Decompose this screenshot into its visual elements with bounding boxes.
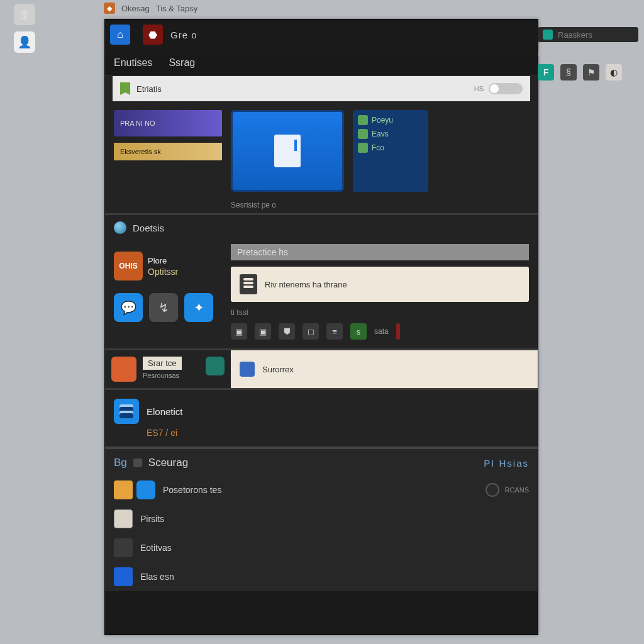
top-link-1[interactable]: Fs xyxy=(538,48,547,58)
document-icon xyxy=(274,135,301,167)
category-tile-star[interactable]: ✦ xyxy=(184,293,213,322)
section-featured: Etriatis HS PRA NI NO Eksveretis sk Poey… xyxy=(105,76,538,215)
globe-icon xyxy=(114,221,126,234)
featured-toggle[interactable] xyxy=(489,83,523,94)
promo-banner-1[interactable]: PRA NI NO xyxy=(114,110,222,136)
bottom-tab-b[interactable]: Sceurag xyxy=(148,457,188,469)
category-tile-chat[interactable]: 💬 xyxy=(114,293,143,322)
section-featured-header: Etriatis HS xyxy=(113,76,530,101)
bottom-item-2-label: Pirsits xyxy=(140,514,164,524)
feature-card-label: Riv nteriems ha thrane xyxy=(265,280,347,289)
app-tile-orange-icon[interactable] xyxy=(111,357,136,382)
bell-icon xyxy=(543,30,553,40)
bottom-item-1[interactable]: Posetorons tes RCANS xyxy=(114,475,529,504)
categories-title: Doetsis xyxy=(133,223,164,233)
side-row-3: Fco xyxy=(372,143,384,152)
leaf-icon xyxy=(358,129,368,139)
detail-icon xyxy=(240,362,255,377)
quick-action-1-icon[interactable]: F xyxy=(538,64,554,80)
categories-subheader: Pretactice hs xyxy=(231,244,529,260)
bookmark-icon xyxy=(120,82,130,95)
top-tab-strip: ⌂ ⬣ Gre o xyxy=(105,19,538,50)
side-row-1: Poeyu xyxy=(372,116,393,125)
bottom-header-right[interactable]: PI Hsias xyxy=(484,458,529,469)
tag-chip-row: ▣ ▣ ⛊ ◻ ≡ s sata xyxy=(231,323,529,340)
bottom-item-3[interactable]: Eotitvas xyxy=(114,533,529,562)
section-categories: Doetsis OHIS Plore Optitssr 💬 ↯ ✦ Pret xyxy=(105,215,538,348)
page-icon xyxy=(240,274,257,294)
user-avatar-icon[interactable]: 👤 xyxy=(14,31,35,53)
featured-tile-side[interactable]: Poeyu Eavs Fco xyxy=(353,110,428,192)
badge-icon xyxy=(486,483,499,497)
side-row-2: Eavs xyxy=(372,130,389,138)
subnav-item-1[interactable]: Enutises xyxy=(114,57,152,69)
window-titlebar: ◆ Okesag Tis & Tapsy xyxy=(104,3,197,14)
subnav-item-2[interactable]: Ssrag xyxy=(169,57,195,69)
category-card-1[interactable]: OHIS Plore Optitssr xyxy=(114,244,222,288)
list-row-1-detail[interactable]: Surorrex xyxy=(231,350,538,388)
doc-icon xyxy=(114,509,133,528)
top-link-3[interactable]: Rs xyxy=(569,48,579,58)
category-badge-icon: OHIS xyxy=(114,252,143,280)
top-link-2[interactable]: Ss xyxy=(553,48,562,58)
quick-action-4-icon[interactable]: ◐ xyxy=(606,64,622,80)
featured-caption: Sesrisist pe o xyxy=(105,201,538,213)
tab-alerts[interactable]: ⬣ xyxy=(143,25,163,45)
tab-home[interactable]: ⌂ xyxy=(110,25,130,45)
box-icon xyxy=(114,538,133,557)
recycle-bin-icon[interactable]: 🗑 xyxy=(14,4,35,25)
square-icon xyxy=(114,567,133,586)
bottom-item-4[interactable]: Elas esn xyxy=(114,562,529,591)
bottom-item-1-badge: RCANS xyxy=(504,486,529,494)
app-window: Raaskers Fs Ss Rs F § ⚑ ◐ ⌂ ⬣ Gre o Enut… xyxy=(104,19,538,635)
tag-chip-2[interactable]: ▣ xyxy=(255,323,271,340)
category-tile-link[interactable]: ↯ xyxy=(149,293,178,322)
toggle-label: HS xyxy=(474,85,484,92)
list-row-1-detail-label: Surorrex xyxy=(262,365,294,374)
promo-1-label: PRA NI NO xyxy=(120,119,155,127)
quick-action-2-icon[interactable]: § xyxy=(560,64,577,80)
feature-sublabel: ti tsst xyxy=(231,308,529,317)
bottom-tab-a[interactable]: Bg xyxy=(114,457,127,469)
list-row-1: Srar tce Pesrounsas Surorrex xyxy=(105,348,538,388)
top-right-cluster: Raaskers Fs Ss Rs F § ⚑ ◐ xyxy=(538,27,638,80)
leaf-icon xyxy=(358,143,368,153)
notifications-chip[interactable]: Raaskers xyxy=(538,27,638,42)
list-row-1-sub: Pesrounsas xyxy=(143,372,182,379)
tag-chip-ok[interactable]: s xyxy=(350,323,367,340)
doc-name: Tis & Tapsy xyxy=(156,4,197,13)
tag-chip-alert[interactable] xyxy=(396,323,400,340)
promo-2-label: Eksveretis sk xyxy=(120,148,161,155)
app-name: Okesag xyxy=(121,4,150,13)
feature-card[interactable]: Riv nteriems ha thrane xyxy=(231,267,529,302)
tag-chip-5[interactable]: ≡ xyxy=(326,323,343,340)
app-tile-teal-icon[interactable] xyxy=(206,357,225,375)
tag-chip-1[interactable]: ▣ xyxy=(231,323,247,340)
list-row-1-title: Srar tce xyxy=(143,357,182,370)
list-row-2-title: Elonetict xyxy=(147,406,183,417)
tab-label-1: Gre o xyxy=(170,30,197,40)
section-featured-title: Etriatis xyxy=(136,84,162,94)
eye-icon xyxy=(136,480,155,499)
bottom-item-4-label: Elas esn xyxy=(140,572,174,582)
tag-chip-label: sata xyxy=(374,327,389,336)
promo-banner-2[interactable]: Eksveretis sk xyxy=(114,142,222,162)
section-bottom: Bg Sceurag PI Hsias Posetorons tes RCANS… xyxy=(105,447,538,591)
list-row-2-sub: ES7 / ei xyxy=(147,428,529,438)
app-icon: ◆ xyxy=(104,3,115,14)
notifications-label: Raaskers xyxy=(558,30,592,40)
bottom-item-1-label: Posetorons tes xyxy=(163,485,221,495)
tag-chip-shield[interactable]: ⛊ xyxy=(279,323,295,340)
desktop-icons: 🗑 👤 xyxy=(14,4,35,53)
grid-icon xyxy=(133,458,142,467)
leaf-icon xyxy=(358,115,368,125)
featured-tile-main[interactable] xyxy=(231,110,344,192)
sub-navbar: Enutises Ssrag xyxy=(105,50,538,76)
category-1-subtitle: Optitssr xyxy=(148,267,178,277)
folder-icon xyxy=(114,480,133,499)
quick-action-3-icon[interactable]: ⚑ xyxy=(583,64,599,80)
bottom-item-2[interactable]: Pirsits xyxy=(114,504,529,533)
tag-chip-4[interactable]: ◻ xyxy=(303,323,319,340)
bottom-item-3-label: Eotitvas xyxy=(140,543,172,553)
list-row-2[interactable]: Elonetict ES7 / ei xyxy=(105,388,538,447)
